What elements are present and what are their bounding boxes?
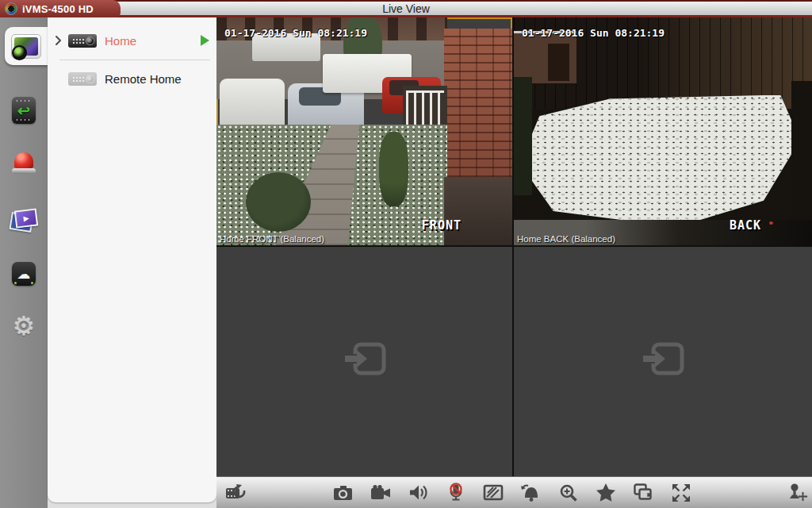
dvr-device-icon <box>68 34 97 48</box>
channel-label: Home FRONT (Balanced) <box>220 234 324 244</box>
drag-camera-placeholder <box>514 247 812 476</box>
ptz-joystick-icon <box>787 483 808 502</box>
cloud-icon-glyph: ☁ <box>17 267 31 281</box>
devices-icon-dots-bottom <box>15 118 33 121</box>
devices-icon-dots <box>15 99 33 102</box>
sidebar-item-devices[interactable]: ↩ <box>0 93 48 128</box>
drag-camera-placeholder <box>216 247 512 476</box>
scene-shrub <box>379 132 408 207</box>
audio-button[interactable] <box>407 482 429 504</box>
sidebar-item-live-view[interactable] <box>5 27 48 65</box>
pictures-icon: ▶ <box>10 209 38 233</box>
ptz-button[interactable] <box>786 482 808 504</box>
video-cell-empty[interactable] <box>216 247 512 476</box>
device-panel-card: Home Remote Home <box>48 17 216 502</box>
chevron-right-icon[interactable] <box>48 35 68 46</box>
divider <box>59 60 210 60</box>
dvr-device-icon-disabled <box>68 72 97 86</box>
capture-icon <box>333 483 353 502</box>
drag-into-window-icon <box>640 341 686 383</box>
cloud-icon-dot <box>14 282 17 284</box>
app-logo-icon <box>5 2 17 15</box>
sidebar-item-pictures[interactable]: ▶ <box>0 203 48 238</box>
video-cell-front[interactable]: 01-17-2016 Sun 08:21:19 FRONT Home FRONT… <box>216 17 512 245</box>
dvr-icon-lens <box>86 37 94 45</box>
drag-into-window-icon <box>342 341 388 383</box>
scene-hedge <box>514 77 532 195</box>
cloud-icon-dot <box>31 282 33 284</box>
device-row-home[interactable]: Home <box>48 23 216 58</box>
gear-icon: ⚙ <box>13 314 35 339</box>
live-view-toolbar <box>216 476 812 508</box>
capture-button[interactable] <box>331 482 354 504</box>
alarm-bell-icon <box>520 483 541 502</box>
image-quality-icon <box>483 483 504 502</box>
close-all-windows-icon <box>633 483 653 502</box>
app-tab[interactable]: iVMS-4500 HD <box>0 0 121 17</box>
play-icon[interactable] <box>201 35 209 46</box>
pictures-icon-front-frame: ▶ <box>14 208 38 228</box>
digital-zoom-button[interactable] <box>557 482 580 504</box>
scene-dark-edge <box>791 81 812 222</box>
scene-shed <box>514 31 576 83</box>
osd-camera-name: BACK <box>730 218 761 233</box>
devices-icon: ↩ <box>12 97 36 124</box>
favorite-button[interactable] <box>595 482 617 504</box>
osd-timestamp: 01-17-2016 Sun 08:21:19 <box>224 27 367 39</box>
devices-icon-arrow: ↩ <box>17 103 30 118</box>
alarm-icon-dome <box>14 152 33 168</box>
video-cell-empty[interactable] <box>514 247 812 476</box>
window-division-icon <box>225 483 247 503</box>
page-title: Live View <box>0 2 812 15</box>
channel-label: Home BACK (Balanced) <box>517 234 615 244</box>
cloud-icon: ☁ <box>12 262 36 286</box>
record-icon <box>370 483 391 502</box>
live-view-icon-lens <box>12 45 27 60</box>
audio-icon <box>408 483 428 502</box>
dvr-icon-lens <box>86 75 94 83</box>
osd-camera-name: FRONT <box>422 218 462 233</box>
image-quality-button[interactable] <box>482 482 504 504</box>
device-panel: Home Remote Home <box>48 17 216 508</box>
zoom-in-icon <box>559 483 578 502</box>
app-title: iVMS-4500 HD <box>22 3 94 15</box>
scene-bush <box>246 172 311 232</box>
fullscreen-button[interactable] <box>670 482 692 504</box>
alarm-icon <box>12 152 36 174</box>
fullscreen-icon <box>671 483 691 503</box>
sidebar-item-alarm[interactable] <box>0 145 48 180</box>
two-way-audio-button[interactable] <box>444 482 466 504</box>
scene-soil <box>444 177 512 245</box>
sidebar-item-cloud[interactable]: ☁ <box>0 256 48 291</box>
device-row-remote-home[interactable]: Remote Home <box>48 61 216 96</box>
sidebar-item-configuration[interactable]: ⚙ <box>0 309 48 344</box>
scene-brick-wall <box>444 29 512 202</box>
sidebar: ↩ ▶ ☁ ⚙ <box>0 17 48 508</box>
record-button[interactable] <box>370 482 392 504</box>
device-label: Remote Home <box>105 72 182 86</box>
stop-all-button[interactable] <box>632 482 654 504</box>
osd-timestamp: 01-17-2016 Sun 08:21:19 <box>522 27 665 39</box>
microphone-disabled-icon <box>446 483 465 502</box>
video-cell-back[interactable]: 01-17-2016 Sun 08:21:19 BACK Home BACK (… <box>514 17 812 245</box>
window-division-button[interactable] <box>224 482 247 504</box>
star-icon <box>596 483 616 502</box>
live-view-icon <box>11 34 41 59</box>
alarm-output-button[interactable] <box>519 482 542 504</box>
dvr-icon-dots <box>72 38 84 44</box>
alarm-icon-base <box>12 168 36 174</box>
dvr-icon-dots <box>72 76 84 82</box>
live-view-grid: 01-17-2016 Sun 08:21:19 FRONT Home FRONT… <box>216 17 812 476</box>
device-label: Home <box>105 34 136 48</box>
scene-white-car <box>220 79 285 126</box>
